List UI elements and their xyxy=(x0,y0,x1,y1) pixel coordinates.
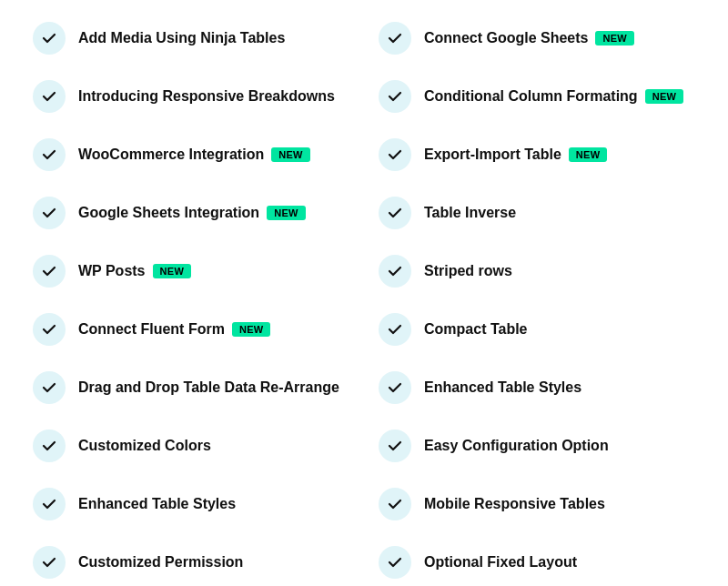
check-icon xyxy=(33,255,66,288)
left-column: Add Media Using Ninja Tables Introducing… xyxy=(18,9,364,586)
feature-label: Drag and Drop Table Data Re-Arrange xyxy=(78,379,339,396)
check-icon xyxy=(379,138,411,171)
check-icon xyxy=(379,313,411,346)
new-badge: New xyxy=(232,322,271,337)
list-item: Enhanced Table Styles xyxy=(18,475,364,533)
list-item: Enhanced Table Styles xyxy=(364,359,710,417)
check-icon xyxy=(379,546,411,579)
list-item: Striped rows xyxy=(364,242,710,300)
check-icon xyxy=(379,255,411,288)
feature-label: Conditional Column FormatingNew xyxy=(424,88,683,105)
check-icon xyxy=(33,488,66,520)
check-icon xyxy=(33,138,66,171)
feature-label: Enhanced Table Styles xyxy=(78,496,236,512)
list-item: Drag and Drop Table Data Re-Arrange xyxy=(18,359,364,417)
list-item: Customized Permission xyxy=(18,533,364,586)
check-icon xyxy=(33,197,66,229)
feature-label: Connect Fluent FormNew xyxy=(78,321,270,338)
feature-label: Mobile Responsive Tables xyxy=(424,496,605,512)
feature-label: Table Inverse xyxy=(424,205,516,221)
new-badge: New xyxy=(271,147,310,162)
new-badge: New xyxy=(645,89,684,104)
list-item: Easy Configuration Option xyxy=(364,417,710,475)
check-icon xyxy=(379,197,411,229)
check-icon xyxy=(33,546,66,579)
feature-label: Export-Import TableNew xyxy=(424,146,607,163)
list-item: Conditional Column FormatingNew xyxy=(364,67,710,126)
feature-label: Striped rows xyxy=(424,263,512,279)
new-badge: New xyxy=(153,264,192,278)
list-item: Introducing Responsive Breakdowns xyxy=(18,67,364,126)
check-icon xyxy=(379,488,411,520)
check-icon xyxy=(33,80,66,113)
list-item: Connect Fluent FormNew xyxy=(18,300,364,359)
feature-label: Connect Google SheetsNew xyxy=(424,30,634,46)
list-item: Customized Colors xyxy=(18,417,364,475)
list-item: Optional Fixed Layout xyxy=(364,533,710,586)
new-badge: New xyxy=(569,147,608,162)
list-item: WP PostsNew xyxy=(18,242,364,300)
check-icon xyxy=(33,371,66,404)
list-item: Google Sheets IntegrationNew xyxy=(18,184,364,242)
new-badge: New xyxy=(267,206,306,220)
new-badge: New xyxy=(595,31,634,45)
feature-label: Optional Fixed Layout xyxy=(424,554,577,571)
check-icon xyxy=(379,22,411,55)
list-item: Connect Google SheetsNew xyxy=(364,9,710,67)
feature-label: Enhanced Table Styles xyxy=(424,379,581,396)
check-icon xyxy=(33,22,66,55)
list-item: WooCommerce IntegrationNew xyxy=(18,126,364,184)
check-icon xyxy=(379,371,411,404)
feature-label: Compact Table xyxy=(424,321,528,338)
feature-label: Customized Permission xyxy=(78,554,243,571)
list-item: Table Inverse xyxy=(364,184,710,242)
list-item: Export-Import TableNew xyxy=(364,126,710,184)
list-item: Add Media Using Ninja Tables xyxy=(18,9,364,67)
feature-label: Customized Colors xyxy=(78,438,211,454)
check-icon xyxy=(379,429,411,462)
feature-label: WP PostsNew xyxy=(78,263,191,279)
list-item: Mobile Responsive Tables xyxy=(364,475,710,533)
feature-label: Google Sheets IntegrationNew xyxy=(78,205,306,221)
check-icon xyxy=(33,429,66,462)
feature-label: Easy Configuration Option xyxy=(424,438,609,454)
check-icon xyxy=(33,313,66,346)
feature-grid: Add Media Using Ninja Tables Introducing… xyxy=(18,9,710,586)
feature-label: Introducing Responsive Breakdowns xyxy=(78,88,335,105)
feature-label: WooCommerce IntegrationNew xyxy=(78,146,310,163)
right-column: Connect Google SheetsNew Conditional Col… xyxy=(364,9,710,586)
check-icon xyxy=(379,80,411,113)
feature-label: Add Media Using Ninja Tables xyxy=(78,30,285,46)
list-item: Compact Table xyxy=(364,300,710,359)
